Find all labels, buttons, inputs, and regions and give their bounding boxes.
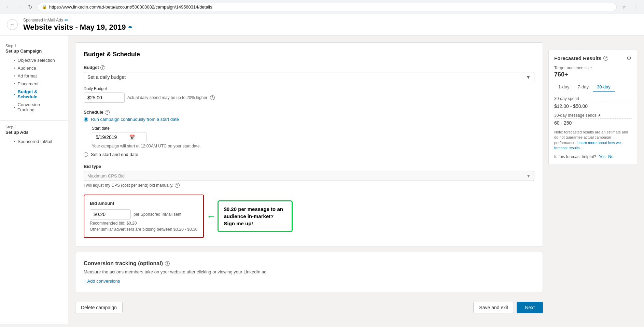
forecast-header: Forecasted Results ? ⚙ [554,55,631,61]
forecast-no-button[interactable]: No [608,154,613,159]
budget-dropdown[interactable]: Set a daily budget ▼ [84,72,534,82]
bid-section-wrapper: Bid amount per Sponsored InMail sent Rec… [84,195,534,238]
daily-budget-row: Actual daily spend may be up to 20% high… [84,93,534,103]
step1-label: Step 1 [5,44,62,48]
forecast-title: Forecasted Results ? [554,55,608,61]
bid-recommended: Recommended bid: $0.20 [90,221,198,226]
sidebar-step1: Step 1 Set up Campaign Objective selecti… [0,42,68,118]
forecast-help-icon[interactable]: ? [603,56,608,61]
forecast-settings-button[interactable]: ⚙ [627,55,631,61]
browser-nav-buttons: ← → ↻ [3,2,35,12]
next-button[interactable]: Next [517,302,543,313]
step1-title: Set up Campaign [5,48,62,54]
schedule-label: Schedule ? [84,110,534,115]
extensions-button[interactable]: ⋮ [631,2,641,12]
start-date-input[interactable] [96,134,126,140]
step2-title: Set up Ads [5,130,62,135]
browser-chrome: ← → ↻ 🔒 https://www.linkedin.com/ad-beta… [0,0,644,14]
sidebar-item-conversion[interactable]: Conversion Tracking [5,101,62,114]
footer-bar: Delete campaign Save and exit Next [75,298,543,317]
radio-continuous[interactable]: Run campaign continuously from a start d… [84,117,534,122]
lock-icon: 🔒 [42,4,47,9]
forward-button[interactable]: → [14,2,24,12]
add-conversions-link[interactable]: + Add conversions [84,279,534,284]
forecast-tab-1day[interactable]: 1-day [554,82,574,92]
bid-similar: Other similar advertisers are bidding be… [90,227,198,232]
conversion-tracking-card: Conversion tracking (optional) ? Measure… [75,252,543,292]
budget-dropdown-chevron: ▼ [526,74,531,80]
sidebar-item-budget[interactable]: Budget & Schedule [5,88,62,101]
conversion-title: Conversion tracking (optional) ? [84,260,534,267]
bid-amount-row: per Sponsored InMail sent [90,209,198,219]
daily-budget-input[interactable] [84,93,125,103]
center-column: Budget & Schedule Budget ? Set a daily b… [75,42,543,317]
manual-bid-help-icon[interactable]: ? [175,183,180,188]
manual-bid-note: I will adjust my CPS (cost per send) bid… [84,183,534,188]
radio-start-end[interactable]: Set a start and end date [84,152,534,157]
sends-star-icon: ★ [598,113,601,118]
bookmark-button[interactable]: ☆ [619,2,629,12]
daily-budget-label: Daily Budget [84,86,534,91]
forecast-tabs: 1-day 7-day 30-day [554,82,631,92]
sidebar-item-sponsored-inmail[interactable]: Sponsored InMail [5,138,62,145]
target-audience-label: Target audience size [554,66,631,70]
forecast-tab-7day[interactable]: 7-day [574,82,593,92]
page-body: Step 1 Set up Campaign Objective selecti… [0,35,644,324]
start-date-hint: Your campaign will start at 12:00AM UTC … [92,144,534,148]
callout-wrapper: ← $0.20 per message to an audience in-ma… [218,200,293,232]
forecast-panel: Forecasted Results ? ⚙ Target audience s… [548,49,637,165]
forecast-sends-metric: 30-day message sends ★ 60 - 250 [554,113,631,126]
sidebar-item-audience[interactable]: Audience [5,64,62,72]
step2-label: Step 2 [5,125,62,129]
forecast-note: Note: forecasted results are an estimate… [554,130,631,151]
budget-help-icon[interactable]: ? [100,65,105,70]
delete-campaign-button[interactable]: Delete campaign [75,302,123,313]
forecast-spend-value: $12.00 - $50.00 [554,103,631,109]
header-title: Website visits - May 19, 2019 ✏ [23,23,132,32]
title-edit-icon[interactable]: ✏ [128,25,132,30]
start-date-input-wrap[interactable]: 📅 [92,132,146,142]
sidebar-item-objective[interactable]: Objective selection [5,56,62,64]
sidebar-item-ad-format[interactable]: Ad format [5,72,62,80]
forecast-helpful-row: Is this forecast helpful? Yes No [554,154,631,159]
bid-amount-input[interactable] [90,209,131,219]
app-header: ← Sponsored InMail Ads ✏ Website visits … [0,14,644,35]
radio-start-end-input[interactable] [84,152,88,157]
start-date-section: Start date 📅 Your campaign will start at… [92,126,534,148]
budget-hint-help-icon[interactable]: ? [210,95,215,100]
url-text: https://www.linkedin.com/ad-beta/account… [49,4,212,10]
sidebar: Step 1 Set up Campaign Objective selecti… [0,35,68,324]
callout-arrow-icon: ← [207,211,216,222]
conversion-help-icon[interactable]: ? [165,261,170,266]
address-bar[interactable]: 🔒 https://www.linkedin.com/ad-beta/accou… [38,3,617,11]
sidebar-step2: Step 2 Set up Ads Sponsored InMail [0,124,68,150]
forecast-sends-label: 30-day message sends ★ [554,113,631,119]
budget-section: Budget ? Set a daily budget ▼ Daily Budg… [84,65,534,103]
sidebar-divider [0,120,68,121]
subtitle-edit-icon[interactable]: ✏ [65,17,69,23]
bid-amount-suffix: per Sponsored InMail sent [134,212,181,217]
conversion-description: Measure the actions members take on your… [84,269,534,274]
bid-type-label: Bid type [84,164,534,169]
header-subtitle: Sponsored InMail Ads ✏ [23,17,132,23]
save-exit-button[interactable]: Save and exit [473,302,514,313]
forecast-yes-button[interactable]: Yes [599,154,606,159]
bid-type-dropdown[interactable]: Maximum CPS Bid ▼ [84,171,534,181]
bid-highlight-box: Bid amount per Sponsored InMail sent Rec… [84,195,204,238]
bid-amount-label: Bid amount [90,201,198,206]
radio-continuous-input[interactable] [84,117,88,122]
calendar-icon[interactable]: 📅 [129,134,135,140]
forecast-spend-metric: 30-day spend $12.00 - $50.00 [554,96,631,109]
callout-box: $0.20 per message to an audience in-mark… [218,200,293,232]
budget-label: Budget ? [84,65,534,70]
forecast-tab-30day[interactable]: 30-day [593,82,615,92]
sidebar-item-placement[interactable]: Placement [5,80,62,88]
center-and-right: Budget & Schedule Budget ? Set a daily b… [68,35,644,324]
header-back-button[interactable]: ← [7,19,18,30]
bid-type-chevron: ▼ [526,173,531,179]
back-button[interactable]: ← [3,2,13,12]
browser-actions: ☆ ⋮ [619,2,641,12]
start-date-label: Start date [92,126,534,131]
schedule-help-icon[interactable]: ? [105,110,110,115]
reload-button[interactable]: ↻ [25,2,35,12]
